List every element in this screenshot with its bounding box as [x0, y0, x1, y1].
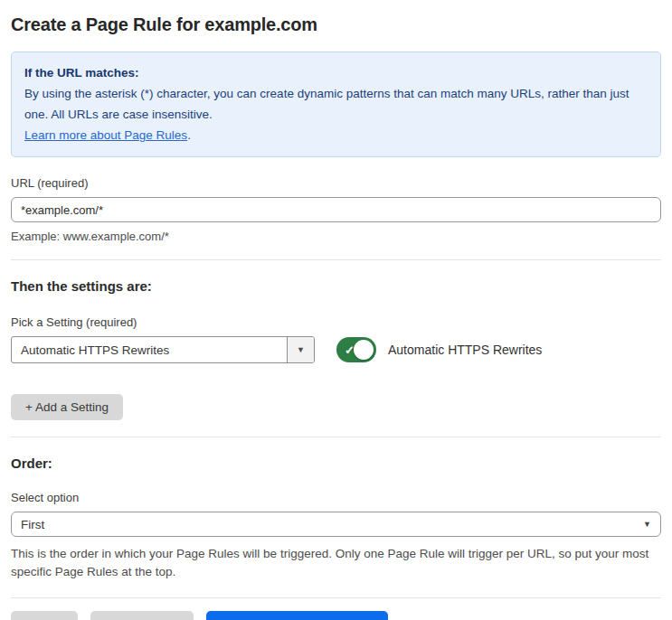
link-suffix: .	[187, 128, 191, 142]
save-and-deploy-button[interactable]: Save and Deploy Page Rule	[206, 611, 389, 620]
add-setting-button[interactable]: + Add a Setting	[11, 394, 123, 420]
divider	[11, 597, 661, 598]
order-help-text: This is the order in which your Page Rul…	[11, 545, 661, 581]
setting-select-arrow-button[interactable]: ▼	[287, 337, 314, 362]
cancel-button[interactable]: Cancel	[11, 611, 78, 620]
page-title: Create a Page Rule for example.com	[11, 14, 661, 35]
info-box-heading: If the URL matches:	[24, 62, 648, 83]
toggle-label: Automatic HTTPS Rewrites	[388, 343, 542, 357]
setting-select-value: Automatic HTTPS Rewrites	[12, 337, 287, 362]
order-select-label: Select option	[11, 491, 661, 504]
url-field-label: URL (required)	[11, 176, 661, 190]
info-box-body: By using the asterisk (*) character, you…	[24, 83, 648, 125]
toggle-knob	[354, 340, 374, 360]
order-select[interactable]: First ▼	[11, 512, 661, 537]
url-example-text: Example: www.example.com/*	[11, 230, 661, 243]
divider	[11, 259, 661, 260]
url-matches-info-box: If the URL matches: By using the asteris…	[11, 52, 661, 157]
url-input[interactable]	[11, 197, 661, 222]
setting-select[interactable]: Automatic HTTPS Rewrites ▼	[11, 336, 315, 363]
setting-toggle-group: ✓ Automatic HTTPS Rewrites	[336, 337, 542, 362]
divider	[11, 437, 661, 437]
settings-section-heading: Then the settings are:	[11, 278, 661, 294]
footer-actions: Cancel Save as Draft Save and Deploy Pag…	[11, 611, 661, 620]
order-select-value: First	[21, 518, 643, 531]
chevron-down-icon: ▼	[643, 520, 651, 529]
automatic-https-rewrites-toggle[interactable]: ✓	[336, 337, 376, 362]
page-rule-form: Create a Page Rule for example.com If th…	[0, 0, 672, 620]
order-section-heading: Order:	[11, 456, 661, 471]
chevron-down-icon: ▼	[297, 345, 305, 354]
learn-more-link[interactable]: Learn more about Page Rules	[24, 128, 187, 142]
save-as-draft-button[interactable]: Save as Draft	[90, 611, 194, 620]
info-box-link-line: Learn more about Page Rules.	[24, 125, 648, 146]
setting-row: Automatic HTTPS Rewrites ▼ ✓ Automatic H…	[11, 336, 661, 363]
pick-setting-label: Pick a Setting (required)	[11, 315, 661, 329]
